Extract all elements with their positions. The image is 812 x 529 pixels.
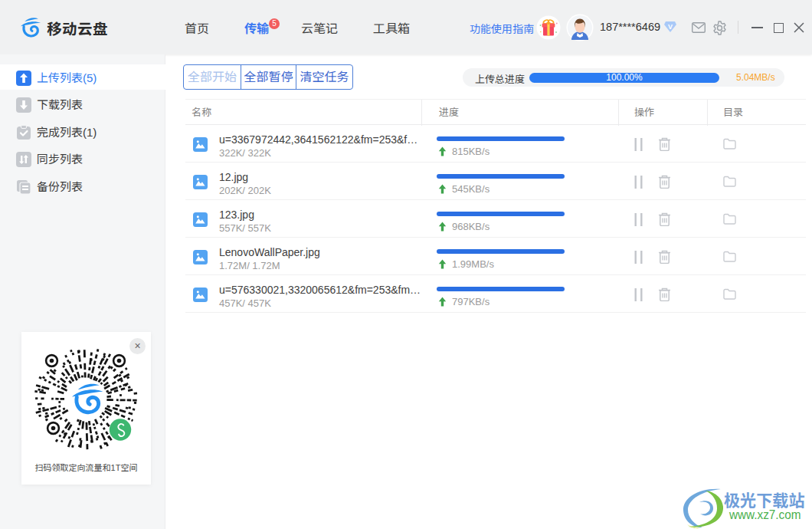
svg-text:V: V — [668, 23, 673, 31]
